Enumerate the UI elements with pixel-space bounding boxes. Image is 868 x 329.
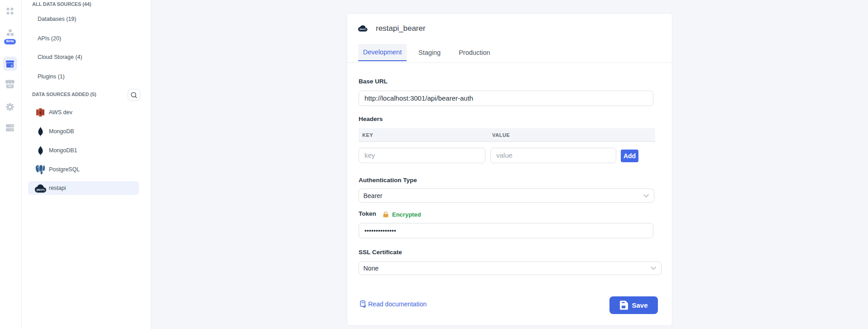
svg-text:{REST}: {REST} xyxy=(360,29,366,31)
svg-text:{REST}: {REST} xyxy=(36,189,44,191)
